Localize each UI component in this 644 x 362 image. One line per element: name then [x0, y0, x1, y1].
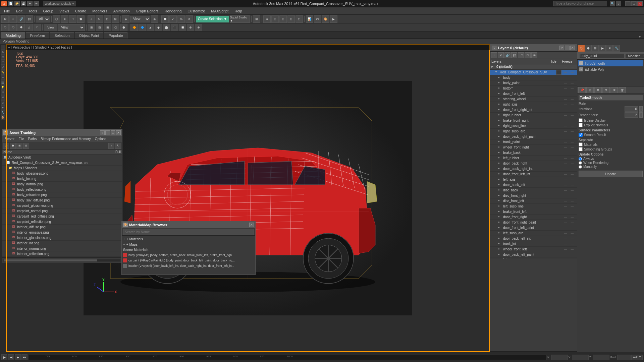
mod-channels-btn[interactable]: ⊞: [586, 87, 594, 93]
tb-fence-select[interactable]: ⬟: [77, 15, 85, 23]
menu-edit[interactable]: Edit: [13, 8, 25, 14]
at-help-btn[interactable]: ?: [100, 130, 105, 135]
timeline-track[interactable]: 775 800 825 850 875 900 925 950 975 1000: [28, 355, 547, 360]
sidebar-scale-icon[interactable]: ⊡: [1, 55, 5, 60]
smooth-result-checkbox[interactable]: [579, 133, 583, 137]
tab-selection[interactable]: Selection: [50, 32, 74, 39]
menu-graph-editors[interactable]: Graph Editors: [133, 8, 161, 14]
layer-sel-btn[interactable]: □: [525, 52, 531, 58]
layer-item[interactable]: ●door_front_left_int——: [490, 172, 577, 177]
layer-item[interactable]: ●left_rubber——: [490, 156, 577, 161]
update-btn[interactable]: Update: [579, 171, 643, 177]
menu-help[interactable]: Help: [232, 8, 245, 14]
layer-item[interactable]: ●brake_front_right——: [490, 118, 577, 123]
layer-item[interactable]: ●door_front_right_int——: [490, 107, 577, 113]
tb2-2[interactable]: ⬡: [9, 24, 17, 31]
at-max-btn[interactable]: □: [111, 130, 115, 135]
quick-access-redo[interactable]: ↪: [34, 1, 39, 6]
close-btn[interactable]: ✕: [637, 1, 643, 6]
mod-hier-icon[interactable]: ⊞: [592, 45, 599, 52]
tl-prev-btn[interactable]: ◀: [8, 354, 14, 360]
render-iters-up[interactable]: ▲: [639, 112, 643, 115]
tb2-18[interactable]: ⊕: [187, 24, 194, 31]
tb-mirror[interactable]: ⇔: [263, 15, 271, 23]
tb2-3[interactable]: ⬢: [17, 24, 25, 31]
mod-util-icon[interactable]: 🔧: [613, 45, 620, 52]
layer-item[interactable]: ●brake_front_left——: [490, 209, 577, 215]
workspace-dropdown-icon[interactable]: ▼: [71, 2, 74, 5]
title-search-input[interactable]: [553, 1, 607, 6]
layer-item[interactable]: ●steering_wheel——: [490, 97, 577, 102]
tb2-16[interactable]: ⬛: [171, 24, 178, 31]
tb2-5[interactable]: □: [34, 24, 41, 31]
layer-panel-help[interactable]: ?: [559, 46, 564, 50]
layer-item[interactable]: ●left_susp_line——: [490, 204, 577, 209]
layer-item[interactable]: ●door_front_right——: [490, 215, 577, 220]
mod-motion-icon[interactable]: ▶: [599, 45, 606, 52]
at-close-btn[interactable]: ✕: [116, 130, 121, 135]
tb2-11[interactable]: 🔶: [130, 24, 138, 31]
layer-hide-all-btn[interactable]: 👁: [531, 52, 537, 58]
create-selection-btn[interactable]: Create Selection ▼: [196, 16, 229, 22]
at-item-maxfile[interactable]: 📄 Red_Compact_Crossover_SUV_max_vray.max…: [2, 160, 122, 166]
sidebar-light-icon[interactable]: 💡: [1, 85, 5, 90]
layer-delete-btn[interactable]: ✕: [498, 52, 504, 58]
quick-access-new[interactable]: 📄: [8, 1, 13, 6]
layer-unlink-btn[interactable]: ⛓: [511, 52, 517, 58]
at-item-map[interactable]: 🖼 interior_diffuse.png: [2, 225, 122, 230]
mod-disp-icon[interactable]: 🖥: [606, 45, 613, 52]
layer-item[interactable]: ●interior——: [490, 257, 577, 259]
sidebar-obj-icon[interactable]: ◈: [1, 75, 5, 80]
layer-item[interactable]: ●door_back_left——: [490, 182, 577, 188]
at-tb-3[interactable]: ⊞: [16, 143, 22, 149]
sidebar-rotate-icon[interactable]: ↻: [1, 50, 5, 55]
tb2-13[interactable]: ▲: [147, 24, 154, 31]
mod-name-input[interactable]: [579, 53, 625, 59]
menu-tools[interactable]: Tools: [26, 8, 40, 14]
at-menu-server[interactable]: Server: [3, 137, 16, 141]
at-item-map[interactable]: 🖼 body_ior.png: [2, 176, 122, 182]
mod-show-btn[interactable]: 👁: [610, 87, 618, 93]
menu-rendering[interactable]: Rendering: [162, 8, 184, 14]
mb-mat-body[interactable]: body (VRayMtl) [body, bottom, brake_back…: [123, 252, 254, 258]
at-menu-file[interactable]: File: [17, 137, 25, 141]
layer-item[interactable]: ●door_front_left_paint——: [490, 225, 577, 231]
at-tb-2[interactable]: ⬢: [10, 143, 16, 149]
layer-panel-close[interactable]: ✕: [570, 46, 575, 50]
help-btn[interactable]: ?: [616, 1, 621, 6]
tab-object-paint[interactable]: Object Paint: [75, 32, 104, 39]
sidebar-cam-icon[interactable]: 📷: [1, 80, 5, 85]
kz-input[interactable]: [593, 355, 609, 360]
tb-align[interactable]: ⊟: [271, 15, 279, 23]
tb2-12[interactable]: 🔷: [139, 24, 146, 31]
mod-dropdown[interactable]: Modifier List: [625, 53, 644, 59]
tb-pivot[interactable]: ⊕: [151, 15, 158, 23]
menu-modifiers[interactable]: Modifiers: [90, 8, 110, 14]
tb2-8[interactable]: ⊠: [104, 24, 111, 31]
at-tb-1[interactable]: ⬡: [3, 143, 9, 149]
render-iters-down[interactable]: ▼: [639, 115, 643, 118]
at-item-map[interactable]: 🖼 interior_reflection.png: [2, 251, 122, 257]
render-iters-input[interactable]: [625, 112, 638, 118]
layer-item[interactable]: ●left_axis——: [490, 177, 577, 182]
layer-item[interactable]: ●door_front_left——: [490, 91, 577, 97]
tb2-view[interactable]: View: [44, 24, 57, 31]
layer-item[interactable]: ●wheel_front_left——: [490, 247, 577, 252]
menu-file[interactable]: File: [1, 8, 13, 14]
ribbon-expand[interactable]: ▼: [638, 35, 643, 39]
mb-close-btn[interactable]: ✕: [249, 223, 254, 227]
at-item-map[interactable]: 🖼 body_reflection.png: [2, 187, 122, 192]
when-rendering-radio[interactable]: [579, 161, 582, 165]
tb-schematic[interactable]: 🗂: [314, 15, 321, 23]
mod-item-turbosmooth[interactable]: T TurboSmooth: [578, 60, 643, 66]
tb2-14[interactable]: ◆: [155, 24, 162, 31]
tb2-6[interactable]: ⊞: [88, 24, 95, 31]
layer-panel-min[interactable]: ─: [565, 46, 570, 50]
menu-customize[interactable]: Customize: [185, 8, 208, 14]
tb2-4[interactable]: △: [25, 24, 33, 31]
quick-access-open[interactable]: 📂: [14, 1, 20, 6]
layer-item[interactable]: ●body——: [490, 75, 577, 80]
tb-new[interactable]: ⚙: [1, 15, 9, 23]
tb-scale2[interactable]: ⊠: [112, 15, 119, 23]
tb-render[interactable]: ▶: [330, 15, 337, 23]
